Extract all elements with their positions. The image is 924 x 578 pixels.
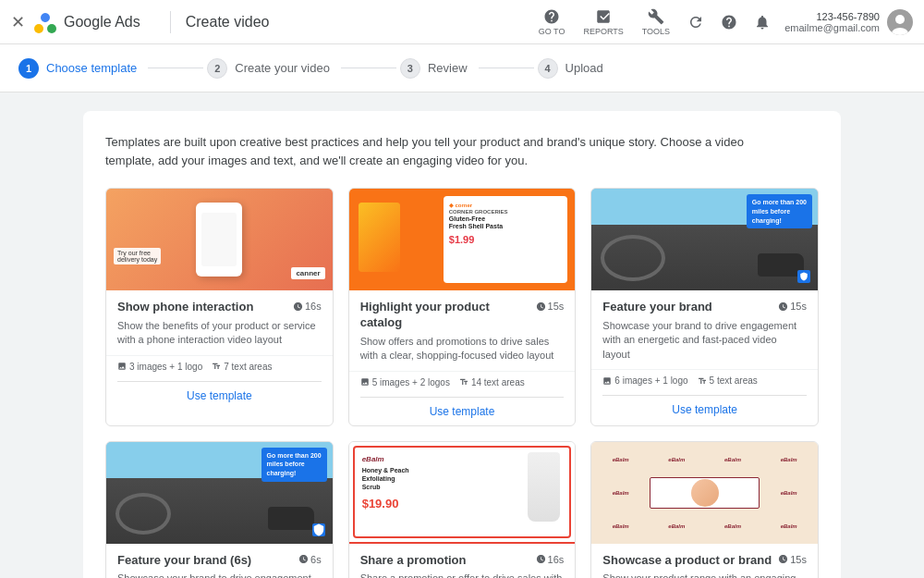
use-template-button-3[interactable]: Use template	[602, 395, 807, 424]
meta-text-3: 5 text areas	[698, 375, 758, 386]
template-duration-1: 16s	[293, 301, 322, 312]
steering-wheel-4	[116, 493, 171, 535]
template-info-3: Feature your brand 15s Showcase your bra…	[591, 290, 818, 424]
use-template-button-1[interactable]: Use template	[117, 381, 322, 410]
title-row-4: Feature your brand (6s) 6s	[117, 553, 322, 569]
step-connector-2	[341, 68, 396, 68]
info-overlay-3: Go more than 200miles beforecharging!	[747, 194, 812, 228]
template-meta-3: 6 images + 1 logo 5 text areas	[591, 369, 818, 391]
step-1-label: Choose template	[46, 61, 137, 75]
template-title-5: Share a promotion	[360, 553, 532, 569]
google-ads-logo: Google Ads	[32, 9, 140, 35]
template-desc-5: Share a promotion or offer to drive sale…	[360, 572, 565, 578]
template-thumb-6: eBalm eBalm eBalm eBalm eBalm eBalm eBal…	[591, 442, 818, 544]
ebalm-center-img	[650, 477, 760, 509]
title-row-5: Share a promotion 16s	[360, 553, 565, 569]
brand-shield-4	[312, 523, 325, 536]
brand-shield-3	[797, 270, 810, 283]
step-3[interactable]: 3 Review	[400, 58, 468, 79]
content-card: Templates are built upon creative best p…	[83, 111, 841, 578]
template-meta-2: 5 images + 2 logos 14 text areas	[349, 371, 576, 393]
template-title-3: Feature your brand	[602, 300, 774, 315]
product-bottle	[528, 452, 560, 522]
step-4[interactable]: 4 Upload	[538, 58, 603, 79]
template-duration-5: 16s	[536, 554, 565, 565]
step-1[interactable]: 1 Choose template	[18, 58, 137, 79]
title-row-2: Highlight your product catalog 15s	[360, 300, 565, 331]
template-desc-3: Showcase your brand to drive engagement …	[602, 319, 807, 362]
template-card-3[interactable]: Go more than 200miles beforecharging! Fe…	[590, 188, 819, 426]
user-avatar[interactable]	[887, 9, 913, 35]
template-info-1: Show phone interaction 16s Show the bene…	[106, 290, 333, 410]
template-duration-2: 15s	[536, 301, 565, 312]
template-info-4: Feature your brand (6s) 6s Showcase your…	[106, 544, 333, 578]
help-button[interactable]	[714, 7, 744, 37]
step-3-number: 3	[400, 58, 420, 79]
template-thumb-5: eBalm Honey & PeachExfoliatingScrub $19.…	[349, 442, 576, 544]
promo-card: eBalm Honey & PeachExfoliatingScrub $19.…	[353, 446, 572, 538]
goto-label: GO TO	[539, 27, 565, 36]
template-thumb-1: Try our freedelivery today canner	[106, 189, 333, 290]
template-card-6[interactable]: eBalm eBalm eBalm eBalm eBalm eBalm eBal…	[590, 441, 819, 578]
use-template-button-2[interactable]: Use template	[360, 397, 565, 425]
template-desc-6: Show your product range with an engaging…	[602, 572, 807, 578]
template-thumb-4: Go more than 200miles beforecharging!	[106, 442, 333, 544]
template-card-5[interactable]: eBalm Honey & PeachExfoliatingScrub $19.…	[348, 441, 577, 578]
user-text: 123-456-7890 emailme@gmail.com	[784, 11, 880, 33]
meta-images-1: 3 images + 1 logo	[117, 362, 202, 372]
tools-icon-group[interactable]: TOOLS	[635, 8, 677, 36]
nav-divider	[170, 11, 171, 33]
svg-point-0	[34, 24, 43, 33]
title-row-1: Show phone interaction 16s	[117, 300, 322, 315]
svg-point-1	[47, 24, 56, 33]
template-meta-1: 3 images + 1 logo 7 text areas	[106, 355, 333, 377]
user-email: emailme@gmail.com	[784, 22, 880, 33]
template-card-4[interactable]: Go more than 200miles beforecharging! Fe…	[105, 441, 334, 578]
svg-point-2	[39, 11, 52, 24]
step-3-label: Review	[428, 61, 468, 75]
pasta-image	[359, 203, 400, 272]
step-2-number: 2	[207, 58, 227, 79]
template-title-1: Show phone interaction	[117, 300, 289, 315]
top-nav: ✕ Google Ads Create video GO TO REPORTS …	[0, 0, 924, 44]
cta-overlay-1: Try our freedelivery today	[114, 248, 161, 264]
svg-point-4	[895, 15, 905, 24]
template-card-2[interactable]: ◆ corner CORNER GROCERIES Gluten-FreeFre…	[348, 188, 577, 426]
steering-wheel	[601, 235, 665, 281]
reports-label: REPORTS	[583, 27, 623, 36]
template-duration-3: 15s	[778, 301, 807, 312]
notifications-button[interactable]	[748, 7, 777, 37]
reports-icon-group[interactable]: REPORTS	[576, 8, 630, 36]
title-row-6: Showcase a product or brand 15s	[602, 553, 807, 569]
product-box-2: ◆ corner CORNER GROCERIES Gluten-FreeFre…	[444, 196, 568, 283]
intro-text: Templates are built upon creative best p…	[105, 133, 752, 169]
brand-overlay-1: canner	[291, 267, 324, 279]
refresh-button[interactable]	[681, 7, 711, 37]
ebalm-grid: eBalm eBalm eBalm eBalm eBalm eBalm eBal…	[591, 442, 818, 544]
template-thumb-3: Go more than 200miles beforecharging!	[591, 189, 818, 290]
nav-icons: GO TO REPORTS TOOLS	[531, 7, 777, 37]
template-title-6: Showcase a product or brand	[602, 553, 774, 569]
step-2[interactable]: 2 Create your video	[207, 58, 330, 79]
template-title-4: Feature your brand (6s)	[117, 553, 295, 569]
tools-label: TOOLS	[642, 27, 670, 36]
close-icon[interactable]: ✕	[11, 12, 25, 32]
user-phone: 123-456-7890	[816, 11, 880, 22]
meta-images-2: 5 images + 2 logos	[360, 377, 450, 387]
ads-logo-icon	[32, 9, 58, 35]
title-row-3: Feature your brand 15s	[602, 300, 807, 315]
template-duration-4: 6s	[298, 554, 322, 565]
template-card-1[interactable]: Try our freedelivery today canner Show p…	[105, 188, 334, 426]
info-overlay-4: Go more than 200miles beforecharging!	[261, 448, 327, 482]
template-thumb-2: ◆ corner CORNER GROCERIES Gluten-FreeFre…	[349, 189, 576, 290]
page-title: Create video	[186, 14, 270, 31]
goto-icon-group[interactable]: GO TO	[531, 8, 573, 36]
stepper: 1 Choose template 2 Create your video 3 …	[0, 44, 924, 92]
template-grid: Try our freedelivery today canner Show p…	[105, 188, 819, 578]
meta-text-1: 7 text areas	[212, 362, 272, 372]
user-info[interactable]: 123-456-7890 emailme@gmail.com	[784, 9, 913, 35]
car-shape-4	[268, 507, 314, 530]
step-4-number: 4	[538, 58, 558, 79]
template-info-2: Highlight your product catalog 15s Show …	[349, 290, 576, 425]
template-info-5: Share a promotion 16s Share a promotion …	[349, 544, 576, 578]
